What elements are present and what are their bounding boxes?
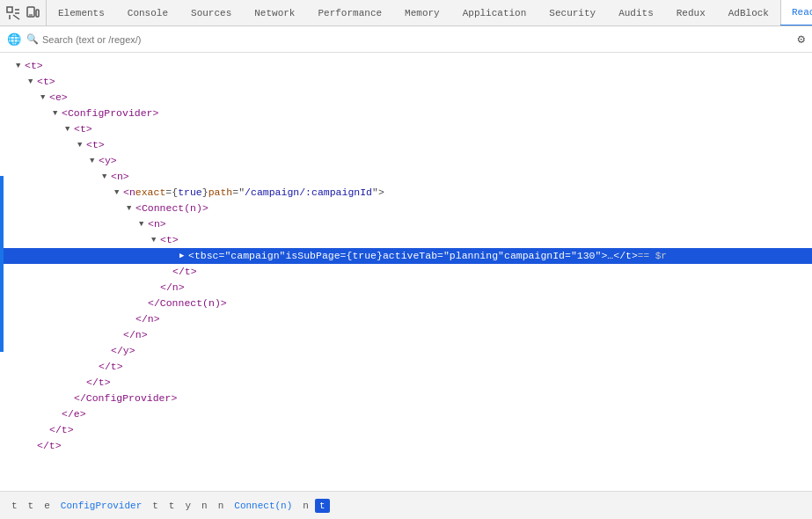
bc-t-active[interactable]: t — [315, 499, 330, 513]
triangle-icon[interactable] — [139, 216, 148, 232]
tree-line[interactable]: <n> — [0, 169, 812, 185]
search-icon: 🔍 — [26, 33, 39, 45]
tree-line[interactable]: <t> — [0, 137, 812, 153]
tab-sources[interactable]: Sources — [179, 0, 243, 26]
tree-line[interactable]: <t> — [0, 74, 812, 90]
triangle-icon[interactable]: ▶ — [179, 248, 188, 264]
tree-line[interactable]: <t> — [0, 121, 812, 137]
devtools-icons — [0, 0, 47, 26]
tab-react[interactable]: React — [780, 0, 812, 26]
tab-memory[interactable]: Memory — [393, 0, 451, 26]
tree-line[interactable]: <t> — [0, 232, 812, 248]
bc-t-2[interactable]: t — [24, 499, 39, 513]
tab-adblock[interactable]: AdBlock — [717, 0, 780, 26]
bc-n-3[interactable]: n — [298, 499, 313, 513]
tree-line[interactable]: <e> — [0, 90, 812, 106]
bc-configprovider[interactable]: ConfigProvider — [56, 499, 146, 513]
bc-t-1[interactable]: t — [7, 499, 22, 513]
tree-line[interactable]: </n> — [0, 280, 812, 296]
search-input[interactable] — [42, 34, 793, 45]
triangle-icon[interactable] — [16, 58, 25, 74]
left-indicator — [0, 176, 4, 352]
tree-line[interactable]: </y> — [0, 343, 812, 359]
tab-console[interactable]: Console — [116, 0, 179, 26]
svg-rect-6 — [36, 10, 39, 17]
triangle-icon[interactable] — [28, 74, 37, 90]
triangle-icon[interactable] — [53, 106, 62, 121]
tab-security[interactable]: Security — [538, 0, 607, 26]
tree-line[interactable]: </t> — [0, 375, 812, 391]
tree-line[interactable]: <n exact={true} path="/campaign/:campaig… — [0, 185, 812, 201]
tree-line[interactable]: <ConfigProvider> — [0, 106, 812, 121]
device-icon[interactable] — [25, 5, 40, 21]
inspect-icon[interactable] — [5, 5, 21, 21]
triangle-icon[interactable] — [127, 201, 135, 216]
tree-line[interactable]: </t> — [0, 422, 812, 438]
tree-line[interactable]: <n> — [0, 216, 812, 232]
tree-line[interactable]: <y> — [0, 153, 812, 169]
bc-n-1[interactable]: n — [197, 499, 212, 513]
triangle-icon[interactable] — [40, 90, 49, 106]
bc-connect-n[interactable]: Connect(n) — [230, 499, 296, 513]
tab-bar: Elements Console Sources Network Perform… — [0, 0, 812, 26]
tree-line[interactable]: </t> — [0, 359, 812, 375]
tab-network[interactable]: Network — [243, 0, 306, 26]
tree-line[interactable]: </n> — [0, 327, 812, 343]
tree-line[interactable]: </Connect(n)> — [0, 296, 812, 311]
main-content: <t> <t> <e> <ConfigProvider> <t> — [0, 53, 812, 491]
bc-t-4[interactable]: t — [165, 499, 179, 513]
search-bar: 🌐 🔍 ⚙ — [0, 26, 812, 53]
triangle-icon[interactable] — [90, 153, 99, 169]
tree-line[interactable]: </e> — [0, 406, 812, 422]
tree-line[interactable]: </t> — [0, 438, 812, 454]
triangle-icon[interactable] — [102, 169, 111, 185]
gear-icon[interactable]: ⚙ — [798, 32, 805, 47]
tree-line[interactable]: </t> — [0, 264, 812, 280]
selected-tree-line[interactable]: ▶ <t bsc="campaign" isSubPage={true} act… — [0, 248, 812, 264]
tree-line[interactable]: <Connect(n)> — [0, 201, 812, 216]
triangle-icon[interactable] — [114, 185, 123, 201]
triangle-icon[interactable] — [65, 121, 74, 137]
bc-t-3[interactable]: t — [148, 499, 163, 513]
bc-y[interactable]: y — [180, 499, 195, 513]
tree-line[interactable]: <t> — [0, 58, 812, 74]
search-wrap: 🔍 — [26, 33, 793, 45]
tab-audits[interactable]: Audits — [607, 0, 665, 26]
globe-icon[interactable]: 🌐 — [7, 33, 21, 47]
tree-line[interactable]: </ConfigProvider> — [0, 391, 812, 406]
bc-n-2[interactable]: n — [214, 499, 229, 513]
tab-redux[interactable]: Redux — [665, 0, 717, 26]
bc-e[interactable]: e — [40, 499, 55, 513]
triangle-icon[interactable] — [77, 137, 86, 153]
triangle-icon[interactable] — [151, 232, 160, 248]
tab-performance[interactable]: Performance — [306, 0, 393, 26]
tab-elements[interactable]: Elements — [47, 0, 116, 26]
breadcrumb-bar: t t e ConfigProvider t t y n n Connect(n… — [0, 491, 812, 519]
tree-line[interactable]: </n> — [0, 311, 812, 327]
svg-rect-0 — [7, 7, 12, 12]
svg-line-4 — [13, 15, 19, 19]
tree-content: <t> <t> <e> <ConfigProvider> <t> — [0, 53, 812, 491]
tab-application[interactable]: Application — [451, 0, 538, 26]
